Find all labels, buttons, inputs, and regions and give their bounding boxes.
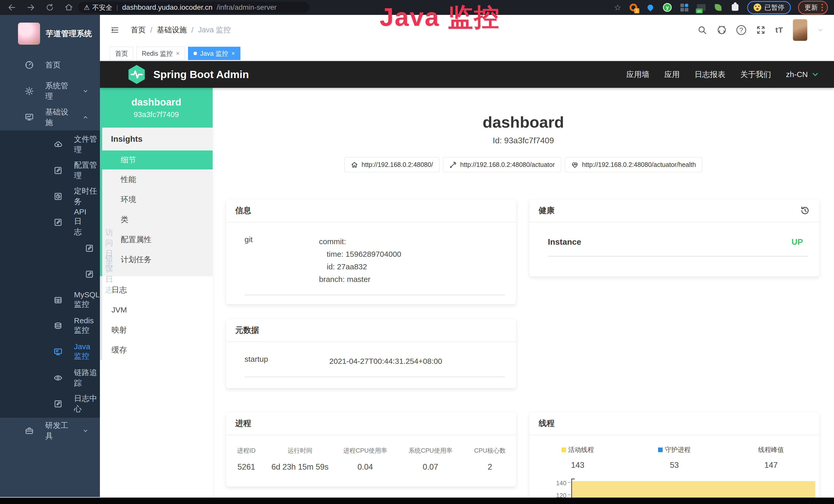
sba-item-metrics[interactable]: 性能 — [102, 169, 213, 189]
sba-nav-about[interactable]: 关于我们 — [740, 69, 771, 80]
sba-locale-select[interactable]: zh-CN — [786, 70, 820, 79]
help-icon[interactable]: ? — [737, 25, 746, 35]
breadcrumb-home[interactable]: 首页 — [131, 25, 146, 35]
page-title: dashboard — [213, 113, 834, 131]
sba-item-caches[interactable]: 缓存 — [102, 340, 213, 360]
health-card: 健康 Instance UP — [529, 199, 819, 276]
col-header-proc-cpu: 进程CPU使用率 — [333, 446, 397, 455]
metadata-value: 2021-04-27T00:44:31.254+08:00 — [329, 355, 505, 367]
health-url: http://192.168.0.2:48080/actuator/health — [582, 161, 696, 168]
tab-redis-monitor[interactable]: Redis 监控 × — [136, 47, 185, 60]
close-icon[interactable]: × — [232, 50, 235, 57]
sidebar-item-java-monitor[interactable]: Java 监控 — [0, 339, 100, 365]
hamburger-icon[interactable] — [110, 25, 120, 35]
tab-java-monitor[interactable]: Java 监控 × — [188, 47, 240, 60]
not-secure-chip[interactable]: ⚠ 不安全 — [84, 3, 112, 12]
sidebar-item-mysql-monitor[interactable]: MySQL 监控 — [0, 287, 100, 313]
divider — [244, 295, 505, 295]
sidebar-item-system-mgmt[interactable]: 系统管理 — [0, 78, 100, 104]
sba-nav-journal[interactable]: 日志报表 — [695, 69, 725, 80]
y-axis-cap — [571, 479, 575, 479]
sidebar-item-access-logs[interactable]: 访问日志 — [0, 235, 100, 261]
process-table: 进程ID 运行时间 进程CPU使用率 系统CPU使用率 CPU核心数 5261 … — [226, 435, 516, 472]
sba-item-scheduled-tasks[interactable]: 计划任务 — [102, 250, 213, 270]
browser-home-button[interactable] — [64, 2, 74, 13]
font-size-icon[interactable]: tT — [775, 26, 783, 35]
browser-back-button[interactable] — [7, 2, 17, 13]
sidebar-item-label: 基础设施 — [45, 107, 71, 128]
extensions-puzzle-icon[interactable] — [730, 3, 740, 12]
search-icon[interactable] — [697, 25, 707, 35]
kebab-menu-icon[interactable] — [821, 4, 823, 11]
sba-item-jvm[interactable]: JVM — [102, 300, 213, 320]
extension-y-icon[interactable]: y — [662, 3, 672, 12]
fullscreen-icon[interactable] — [756, 25, 766, 35]
update-button[interactable]: 更新 — [798, 1, 828, 15]
extension-leaf-icon[interactable] — [713, 3, 723, 12]
col-header-sys-cpu: 系统CPU使用率 — [397, 446, 464, 455]
sidebar-item-tracing[interactable]: 链路追踪 — [0, 365, 100, 391]
actuator-url-button[interactable]: http://192.168.0.2:48080/actuator — [443, 157, 561, 172]
sba-item-config-props[interactable]: 配置属性 — [102, 230, 213, 250]
sidebar-item-label: 系统管理 — [45, 81, 71, 102]
browser-forward-button[interactable] — [26, 2, 36, 13]
sba-item-label: 环境 — [121, 194, 136, 205]
sidebar-item-infrastructure[interactable]: 基础设施 — [0, 104, 100, 131]
app-logo-row[interactable]: 芋道管理系统 — [0, 15, 100, 52]
git-commit-line: commit: — [319, 235, 505, 248]
chevron-down-icon — [83, 88, 89, 95]
sba-locale-label: zh-CN — [786, 70, 808, 79]
sba-item-classes[interactable]: 类 — [102, 209, 213, 230]
blue-swatch-icon — [658, 448, 663, 452]
y-tickmark — [568, 482, 570, 483]
breadcrumb-separator: / — [191, 26, 193, 35]
bookmark-star-icon[interactable]: ☆ — [614, 3, 621, 12]
history-icon[interactable] — [800, 205, 810, 216]
tab-home[interactable]: 首页 — [110, 47, 133, 60]
sidebar-item-redis-monitor[interactable]: Redis 监控 — [0, 313, 100, 339]
sidebar-item-scheduled-tasks[interactable]: 定时任务 — [0, 183, 100, 209]
breadcrumb-infrastructure[interactable]: 基础设施 — [157, 25, 187, 35]
sba-item-logs[interactable]: 日志 — [102, 280, 213, 300]
address-bar[interactable]: ⚠ 不安全 | dashboard.yudao.iocoder.cn /infr… — [78, 2, 309, 13]
sba-app-header[interactable]: dashboard 93a3fc7f7409 — [100, 88, 213, 128]
extension-pin-icon[interactable] — [645, 3, 655, 12]
avatar-caret-icon[interactable] — [817, 27, 824, 33]
col-header-uptime: 运行时间 — [267, 446, 333, 455]
threads-area-chart: 140 120 100 — [529, 479, 819, 500]
sba-item-label: 日志 — [111, 285, 127, 295]
sba-item-details[interactable]: 细节 — [100, 151, 213, 169]
sidebar-item-api-logs[interactable]: API 日志 — [0, 209, 100, 235]
github-icon[interactable] — [717, 25, 727, 35]
extension-orange-icon[interactable]: 1 — [629, 3, 638, 12]
sidebar-item-label: 首页 — [45, 60, 61, 70]
sidebar-item-error-logs[interactable]: 错误日志 — [0, 261, 100, 287]
health-url-button[interactable]: http://192.168.0.2:48080/actuator/health — [565, 157, 702, 172]
url-separator: | — [116, 4, 118, 11]
sba-item-mappings[interactable]: 映射 — [102, 320, 213, 340]
sidebar-item-file-mgmt[interactable]: 文件管理 — [0, 132, 100, 157]
instance-id: Id: 93a3fc7f7409 — [213, 136, 834, 145]
extension-grid-icon[interactable] — [679, 3, 689, 12]
sba-item-environment[interactable]: 环境 — [102, 189, 213, 209]
close-icon[interactable]: × — [176, 50, 179, 57]
browser-reload-button[interactable] — [45, 2, 55, 13]
sidebar-item-log-center[interactable]: 日志中心 — [0, 391, 100, 417]
sidebar-item-home[interactable]: 首页 — [0, 52, 100, 78]
sba-section-label: Insights — [102, 134, 213, 144]
sidebar-item-dev-tools[interactable]: 研发工具 — [0, 418, 100, 444]
sba-nav-applications[interactable]: 应用 — [664, 69, 680, 80]
sba-nav-wallboard[interactable]: 应用墙 — [626, 69, 649, 80]
service-url-button[interactable]: http://192.168.0.2:48080/ — [345, 157, 439, 172]
sidebar-item-config-mgmt[interactable]: 配置管理 — [0, 157, 100, 183]
briefcase-icon — [25, 426, 34, 435]
update-label: 更新 — [805, 3, 818, 12]
paused-badge[interactable]: 已暂停 — [747, 1, 791, 14]
instance-links: http://192.168.0.2:48080/ http://192.168… — [213, 157, 834, 172]
sba-item-label: 配置属性 — [121, 234, 152, 245]
extension-on-icon[interactable]: on — [696, 3, 706, 12]
sba-root-section: 日志 JVM 映射 缓存 — [100, 276, 213, 360]
threads-card: 线程 活动线程 守护进程 线程峰值 143 53 147 140 120 100 — [529, 412, 819, 500]
legend-live-threads: 活动线程 — [529, 445, 626, 454]
user-avatar[interactable] — [793, 19, 807, 41]
